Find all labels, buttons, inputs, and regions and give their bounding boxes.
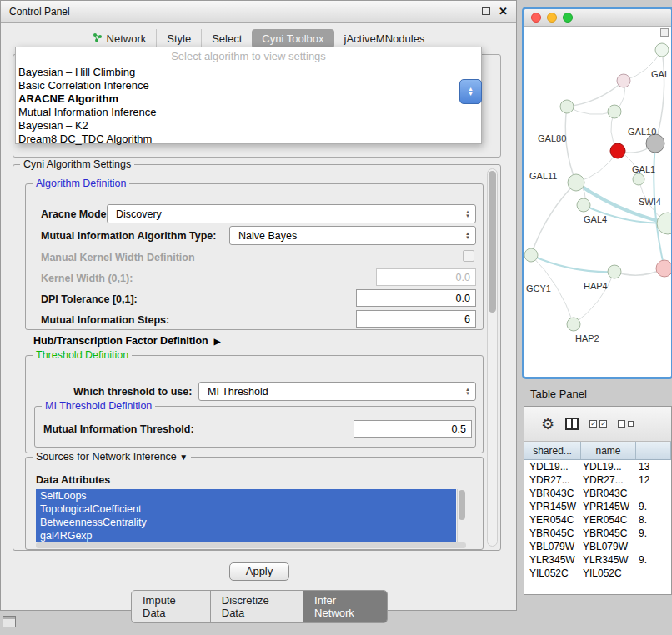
algorithm-option[interactable]: Basic Correlation Inference	[16, 79, 481, 92]
table-cell: YPR145W	[581, 501, 636, 512]
network-node[interactable]	[560, 100, 574, 113]
attributes-list-scrollbar-thumb[interactable]	[459, 490, 465, 520]
table-cell: 9.	[636, 554, 671, 566]
settings-scrollbar[interactable]	[487, 168, 498, 547]
minimize-traffic-light[interactable]	[547, 12, 557, 22]
attributes-list-hscrollbar[interactable]	[36, 542, 466, 548]
table-row[interactable]: YPR145WYPR145W9.	[524, 500, 671, 513]
network-window-titlebar[interactable]	[524, 9, 671, 27]
settings-scrollbar-thumb[interactable]	[489, 171, 496, 312]
list-item-selected[interactable]: TopologicalCoefficient	[36, 502, 456, 516]
aracne-mode-value: Discovery	[116, 208, 162, 220]
select-all-checkboxes-icon[interactable]: ✓ ✓	[589, 420, 607, 428]
table-row[interactable]: YBL079WYBL079W	[524, 540, 671, 553]
hub-factor-definition-toggle[interactable]: Hub/Transcription Factor Definition ▶	[33, 335, 220, 347]
tab-cyni-toolbox[interactable]: Cyni Toolbox	[252, 29, 333, 48]
table-cell: YER054C	[524, 514, 581, 526]
dpi-tolerance-input[interactable]: 0.0	[356, 289, 476, 307]
columns-icon[interactable]	[565, 418, 579, 430]
network-edge[interactable]	[567, 81, 624, 107]
deselect-all-checkboxes-icon[interactable]	[618, 420, 634, 428]
network-node[interactable]	[608, 105, 621, 118]
table-cell: YLR345W	[524, 554, 581, 566]
tab-impute-data[interactable]: Impute Data	[132, 591, 210, 622]
column-header-partial[interactable]	[636, 442, 671, 459]
network-edge[interactable]	[655, 50, 664, 143]
column-header-name[interactable]: name	[581, 442, 636, 459]
network-edge[interactable]	[567, 107, 614, 114]
network-node[interactable]	[568, 174, 584, 191]
table-row[interactable]: YBR045CYBR045C9.	[524, 527, 671, 540]
zoom-traffic-light[interactable]	[563, 12, 573, 22]
tab-select[interactable]: Select	[201, 29, 252, 48]
table-row[interactable]: YLR345WYLR345W9.	[524, 553, 671, 567]
network-edge[interactable]	[565, 107, 576, 182]
float-window-icon[interactable]	[482, 8, 490, 15]
network-node[interactable]	[524, 248, 538, 262]
network-node[interactable]	[646, 134, 664, 152]
tab-label: Network	[107, 32, 147, 45]
algorithm-option[interactable]: Bayesian – K2	[16, 119, 481, 132]
window-title: Control Panel	[9, 6, 482, 18]
mi-algorithm-type-value: Naive Bayes	[238, 230, 297, 242]
tab-jactivemnodules[interactable]: jActiveMNodules	[334, 29, 435, 48]
network-canvas[interactable]: GAL80GAL10GAL11GAL1SWI4GAL4GCY1HAP4HAP2G…	[524, 27, 671, 377]
table-row[interactable]: YBR043CYBR043C	[524, 487, 671, 500]
table-row[interactable]: YDR27...YDR27...12	[524, 473, 671, 487]
aracne-mode-select[interactable]: Discovery ▲▼	[107, 204, 476, 223]
network-node[interactable]	[655, 43, 669, 57]
mi-algorithm-type-select[interactable]: Naive Bayes ▲▼	[229, 226, 476, 245]
dock-panel-icon[interactable]	[3, 616, 16, 628]
algorithm-definition-group: Algorithm Definition Aracne Mode: Discov…	[25, 183, 484, 330]
network-canvas-svg[interactable]: GAL80GAL10GAL11GAL1SWI4GAL4GCY1HAP4HAP2G…	[524, 27, 671, 377]
tab-infer-network[interactable]: Infer Network	[303, 591, 387, 622]
network-node[interactable]	[633, 173, 644, 185]
tab-discretize-data[interactable]: Discretize Data	[210, 591, 303, 622]
network-edge[interactable]	[531, 182, 576, 255]
network-node[interactable]	[608, 265, 621, 278]
network-node[interactable]	[610, 143, 625, 158]
sources-group-title[interactable]: Sources for Network Inference ▼	[33, 451, 191, 462]
mi-threshold-input[interactable]: 0.5	[354, 420, 472, 438]
tab-style[interactable]: Style	[156, 29, 201, 48]
network-edge[interactable]	[574, 272, 614, 324]
which-threshold-select[interactable]: MI Threshold ▲▼	[198, 382, 476, 401]
gear-icon[interactable]: ⚙	[541, 417, 554, 432]
table-cell: 8.	[636, 514, 671, 526]
network-node[interactable]	[567, 318, 580, 331]
table-row[interactable]: YIL052CYIL052C	[524, 567, 671, 580]
table-row[interactable]: YDL19...YDL19...13	[524, 460, 671, 473]
algorithm-combo-arrows-button[interactable]: ▲ ▼	[459, 79, 482, 104]
column-header-shared-name[interactable]: shared...	[524, 442, 581, 459]
kernel-width-input[interactable]: 0.0	[376, 268, 476, 286]
aracne-mode-label: Aracne Mode:	[41, 208, 110, 220]
algorithm-option[interactable]: Dream8 DC_TDC Algorithm	[16, 132, 481, 146]
close-icon[interactable]: ✕	[499, 5, 508, 18]
tab-network[interactable]: Network	[83, 29, 157, 48]
table-row[interactable]: YER054CYER054C8.	[524, 513, 671, 527]
apply-button[interactable]: Apply	[229, 562, 289, 581]
attributes-list-scrollbar[interactable]	[457, 489, 466, 542]
table-cell: 9.	[636, 528, 671, 539]
tab-label: jActiveMNodules	[344, 32, 425, 45]
close-traffic-light[interactable]	[531, 12, 541, 22]
network-node[interactable]	[617, 74, 630, 88]
control-panel-tabs: Network Style Select Cyni Toolbox jActiv…	[1, 29, 516, 48]
list-item-selected[interactable]: gal4RGexp	[36, 529, 456, 542]
table-cell: YBL079W	[581, 541, 636, 552]
network-node[interactable]	[577, 198, 590, 212]
control-panel-titlebar[interactable]: Control Panel ✕	[1, 1, 516, 22]
algorithm-dropdown-placeholder: Select algorithm to view settings	[16, 50, 481, 66]
data-attributes-list[interactable]: SelfLoops TopologicalCoefficient Between…	[36, 489, 466, 542]
manual-kernel-width-checkbox[interactable]	[463, 250, 474, 262]
network-node[interactable]	[656, 260, 671, 277]
mi-steps-input[interactable]: 6	[356, 310, 476, 328]
mi-algorithm-type-label: Mutual Information Algorithm Type:	[41, 230, 216, 242]
list-item-selected[interactable]: SelfLoops	[36, 489, 456, 502]
list-item-selected[interactable]: BetweennessCentrality	[36, 516, 456, 529]
birdseye-toggle-icon[interactable]	[660, 28, 669, 37]
unchecked-box-icon	[618, 420, 625, 428]
algorithm-option[interactable]: Bayesian – Hill Climbing	[16, 66, 481, 79]
algorithm-option-selected[interactable]: ARACNE Algorithm	[16, 92, 481, 106]
algorithm-option[interactable]: Mutual Information Inference	[16, 106, 481, 119]
